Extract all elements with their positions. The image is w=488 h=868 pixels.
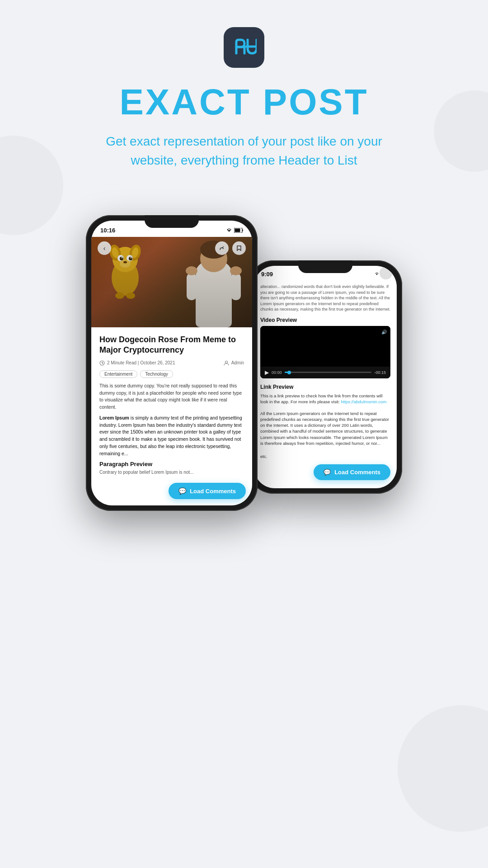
left-status-time: 10:16 [100, 227, 115, 234]
page-subtitle: Get exact representation of your post li… [99, 132, 389, 170]
play-button[interactable]: ▶ [265, 369, 269, 376]
paragraph-preview-text: Contrary to popular belief Lorem Ipsum i… [99, 469, 244, 476]
read-time-text: 2 Minute Read | October 26, 2021 [107, 360, 175, 365]
post-tags: Entertainment Technology [99, 370, 244, 378]
left-phone-screen: 10:16 [91, 221, 252, 505]
load-comments-label-left: Load Comments [190, 488, 236, 495]
load-comments-button-right[interactable]: 💬 Load Comments [314, 464, 390, 480]
post-body: How Dogecoin Rose From Meme to Major Cry… [91, 327, 252, 483]
right-post-body: alteration... randomized words that don'… [254, 279, 397, 488]
link-preview-text1: This is a link preview to check how the … [260, 393, 390, 405]
video-time-start: 00:00 [272, 370, 282, 375]
post-read-time: 2 Minute Read | October 26, 2021 [99, 360, 175, 366]
wifi-icon [226, 228, 232, 232]
tag-technology[interactable]: Technology [140, 370, 173, 378]
post-body-text1: This is some dummy copy. You're not real… [99, 382, 244, 411]
svg-point-29 [225, 361, 227, 363]
post-author: Admin [224, 360, 244, 366]
left-phone-frame: 10:16 [86, 215, 258, 511]
svg-rect-1 [235, 228, 240, 232]
video-progress-dot [287, 371, 291, 374]
right-phone-screen: 9:09 [254, 266, 397, 488]
wifi-icon-right [374, 272, 380, 276]
load-comments-container-left: 💬 Load Comments [91, 483, 252, 505]
video-preview: 🔊 ▶ 00:00 -00:15 [260, 326, 390, 378]
left-status-icons [226, 228, 243, 233]
link-preview-text2: All the Lorem Ipsum generators on the In… [260, 410, 390, 447]
lorem-ipsum-rest: is simply a dummy text of the printing a… [99, 415, 242, 456]
battery-icon [234, 228, 243, 233]
post-hero-image: ‹ [91, 237, 252, 327]
author-name: Admin [231, 360, 244, 365]
video-section-heading: Video Preview [260, 317, 390, 323]
app-logo [224, 27, 264, 68]
logo-container [224, 27, 264, 68]
load-comments-container-right: 💬 Load Comments [260, 460, 390, 484]
load-comments-label-right: Load Comments [334, 469, 380, 476]
user-icon [224, 360, 229, 366]
link-section-heading: Link Preview [260, 384, 390, 390]
volume-icon: 🔊 [381, 330, 387, 335]
clock-icon [99, 360, 105, 366]
load-comments-button-left[interactable]: 💬 Load Comments [169, 483, 246, 499]
post-title: How Dogecoin Rose From Meme to Major Cry… [99, 335, 244, 356]
right-status-time: 9:09 [261, 271, 273, 278]
phones-container: 10:16 [18, 206, 470, 511]
post-meta: 2 Minute Read | October 26, 2021 Admin [99, 360, 244, 366]
page-title: EXACT POST [119, 81, 368, 123]
page-container: EXACT POST Get exact representation of y… [0, 0, 488, 547]
link-url[interactable]: https://abdulmomin.com [341, 399, 386, 404]
right-phone-notch [298, 260, 352, 273]
avatar-container [380, 267, 392, 279]
left-phone-notch [145, 215, 199, 228]
tag-entertainment[interactable]: Entertainment [99, 370, 137, 378]
post-body-text2: Lorem Ipsum is simply a dummy text of th… [99, 415, 244, 458]
video-progress-bar[interactable] [285, 372, 372, 373]
etc-text: etc. [260, 454, 267, 459]
image-overlay [91, 237, 252, 327]
logo-icon [232, 35, 257, 60]
right-top-scroll-text: alteration... randomized words that don'… [260, 284, 390, 312]
video-controls: ▶ 00:00 -00:15 [260, 367, 390, 378]
right-phone-frame: 9:09 [249, 260, 402, 494]
video-screen: 🔊 [260, 326, 390, 367]
paragraph-preview-heading: Paragraph Preview [99, 461, 244, 467]
lorem-ipsum-bold: Lorem Ipsum [99, 415, 129, 420]
avatar [380, 267, 392, 279]
video-time-end: -00:15 [374, 370, 386, 375]
bg-decoration-bottom-right [398, 705, 488, 832]
